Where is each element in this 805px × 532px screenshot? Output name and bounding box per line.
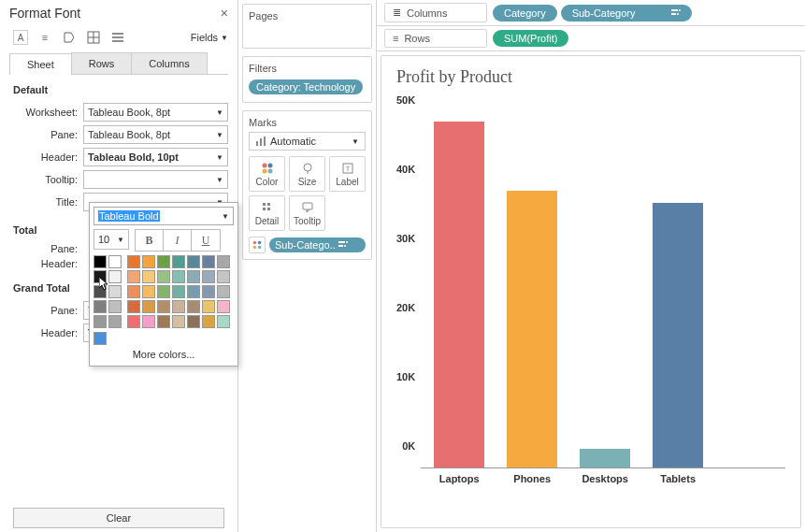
- more-colors-link[interactable]: More colors...: [93, 345, 234, 362]
- color-swatch[interactable]: [172, 300, 185, 313]
- color-swatch[interactable]: [93, 255, 107, 268]
- filters-card[interactable]: Filters Category: Technology: [242, 56, 372, 103]
- color-swatch[interactable]: [187, 270, 200, 283]
- color-swatch[interactable]: [127, 300, 140, 313]
- color-swatch[interactable]: [108, 285, 122, 298]
- tooltip-dropdown[interactable]: ▼: [83, 170, 228, 189]
- font-size-input[interactable]: 10▼: [93, 229, 129, 250]
- subcategory-pill-shelf[interactable]: Sub-Category: [561, 5, 692, 22]
- color-swatch[interactable]: [127, 285, 140, 298]
- font-icon[interactable]: A: [13, 30, 28, 45]
- fields-dropdown[interactable]: Fields▼: [191, 32, 228, 43]
- color-swatch[interactable]: [217, 285, 230, 298]
- sum-profit-pill[interactable]: SUM(Profit): [493, 30, 568, 47]
- color-swatch[interactable]: [202, 255, 215, 268]
- color-swatch[interactable]: [108, 315, 122, 328]
- color-swatch[interactable]: [142, 285, 155, 298]
- tab-sheet[interactable]: Sheet: [9, 53, 72, 75]
- chart-container: Profit by Product 50K40K30K20K10K0K Lapt…: [381, 55, 801, 528]
- color-swatch[interactable]: [127, 270, 140, 283]
- color-swatch[interactable]: [217, 270, 230, 283]
- color-swatch[interactable]: [217, 300, 230, 313]
- bar[interactable]: [507, 191, 557, 467]
- rows-shelf-label[interactable]: ≡Rows: [384, 29, 487, 48]
- mark-color-button[interactable]: Color: [249, 156, 285, 192]
- clear-button[interactable]: Clear: [13, 508, 224, 528]
- color-swatch[interactable]: [93, 300, 107, 313]
- color-swatch[interactable]: [217, 315, 230, 328]
- color-swatch[interactable]: [157, 315, 170, 328]
- bold-button[interactable]: B: [136, 230, 164, 251]
- close-icon[interactable]: ×: [221, 6, 228, 21]
- filter-pill[interactable]: Category: Technology: [249, 79, 363, 94]
- header-dropdown[interactable]: Tableau Bold, 10pt▼: [83, 148, 228, 166]
- color-swatch[interactable]: [93, 285, 107, 298]
- bar[interactable]: [653, 203, 703, 467]
- bar-label: Tablets: [660, 473, 696, 484]
- color-swatch[interactable]: [157, 285, 170, 298]
- columns-shelf-label[interactable]: ≣Columns: [384, 3, 487, 22]
- italic-button[interactable]: I: [164, 230, 192, 251]
- color-swatch[interactable]: [172, 285, 185, 298]
- svg-point-29: [344, 245, 346, 247]
- color-swatch[interactable]: [187, 285, 200, 298]
- color-swatch[interactable]: [187, 255, 200, 268]
- mark-tooltip-button[interactable]: Tooltip: [289, 195, 325, 231]
- shading-icon[interactable]: [62, 30, 77, 45]
- color-swatch[interactable]: [157, 255, 170, 268]
- mark-detail-button[interactable]: Detail: [249, 195, 285, 231]
- color-swatch[interactable]: [202, 300, 215, 313]
- header-label: Header:: [9, 151, 79, 163]
- color-swatch[interactable]: [202, 270, 215, 283]
- cards-column: Pages Filters Category: Technology Marks…: [238, 0, 377, 532]
- color-swatch[interactable]: [157, 270, 170, 283]
- color-swatch[interactable]: [157, 300, 170, 313]
- pane-dropdown[interactable]: Tableau Book, 8pt▼: [83, 125, 228, 144]
- color-swatch[interactable]: [108, 255, 122, 268]
- color-swatch[interactable]: [172, 315, 185, 328]
- svg-rect-26: [338, 241, 345, 243]
- borders-icon[interactable]: [86, 30, 101, 45]
- color-swatch[interactable]: [142, 270, 155, 283]
- color-palette-icon[interactable]: [249, 237, 266, 253]
- lines-icon[interactable]: [110, 30, 125, 45]
- color-swatch[interactable]: [142, 300, 155, 313]
- color-swatch[interactable]: [172, 255, 185, 268]
- svg-point-22: [253, 241, 256, 244]
- svg-rect-30: [671, 9, 678, 11]
- marks-type-dropdown[interactable]: Automatic▼: [249, 132, 366, 151]
- color-swatch[interactable]: [172, 270, 185, 283]
- total-header-label: Header:: [9, 258, 79, 269]
- color-swatch[interactable]: [217, 255, 230, 268]
- color-swatch[interactable]: [108, 300, 122, 313]
- svg-rect-27: [338, 245, 343, 247]
- bar-label: Phones: [513, 473, 551, 484]
- alignment-icon[interactable]: ≡: [37, 30, 52, 45]
- svg-rect-6: [256, 141, 258, 146]
- viz-area: ≣Columns Category Sub-Category ≡Rows SUM…: [377, 0, 805, 532]
- mark-label-button[interactable]: TLabel: [329, 156, 366, 192]
- mark-size-button[interactable]: Size: [289, 156, 325, 192]
- color-swatch[interactable]: [142, 315, 155, 328]
- bar[interactable]: [434, 122, 484, 467]
- color-swatch[interactable]: [187, 315, 200, 328]
- color-swatch[interactable]: [202, 285, 215, 298]
- color-swatch[interactable]: [127, 315, 140, 328]
- tab-rows[interactable]: Rows: [71, 52, 133, 74]
- category-pill[interactable]: Category: [493, 5, 557, 22]
- current-color-swatch[interactable]: [93, 332, 107, 345]
- color-swatch[interactable]: [93, 315, 107, 328]
- color-swatch[interactable]: [108, 270, 122, 283]
- subcategory-pill[interactable]: Sub-Catego..: [269, 237, 366, 252]
- bar[interactable]: [580, 449, 630, 467]
- tab-columns[interactable]: Columns: [131, 52, 207, 74]
- color-swatch[interactable]: [142, 255, 155, 268]
- pages-card[interactable]: Pages: [242, 4, 372, 49]
- underline-button[interactable]: U: [192, 230, 220, 251]
- color-swatch[interactable]: [187, 300, 200, 313]
- font-name-input[interactable]: Tableau Bold▼: [93, 207, 234, 225]
- color-swatch[interactable]: [202, 315, 215, 328]
- worksheet-dropdown[interactable]: Tableau Book, 8pt▼: [83, 103, 228, 122]
- color-swatch[interactable]: [93, 270, 107, 283]
- color-swatch[interactable]: [127, 255, 140, 268]
